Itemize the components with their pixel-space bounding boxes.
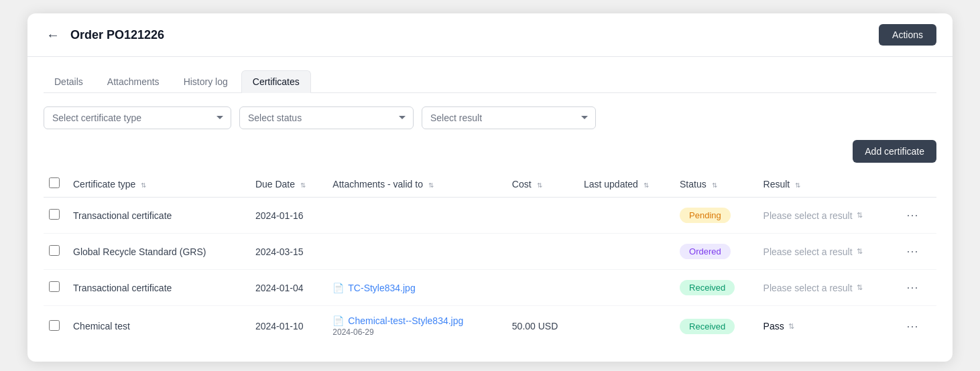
cell-attachment-2: 📄 TC-Style834.jpg — [327, 270, 507, 306]
row-checkbox-col-0 — [44, 198, 68, 234]
filter-row: Select certificate type Select status Se… — [44, 106, 936, 129]
cert-type-filter[interactable]: Select certificate type — [44, 106, 231, 129]
result-sort-icon-2[interactable]: ⇅ — [857, 283, 863, 292]
cell-cert-type-1: Global Recycle Standard (GRS) — [68, 234, 250, 270]
status-filter[interactable]: Select status — [239, 106, 414, 129]
select-all-checkbox[interactable] — [49, 177, 60, 188]
header: ← Order PO121226 Actions — [27, 13, 953, 57]
cell-more-0: ··· — [898, 198, 936, 234]
back-button[interactable]: ← — [44, 25, 62, 46]
cell-result-3: Pass ⇅ — [758, 306, 898, 347]
cell-due-date-0: 2024-01-16 — [250, 198, 327, 234]
cell-due-date-3: 2024-01-10 — [250, 306, 327, 347]
attachment-link-2[interactable]: 📄 TC-Style834.jpg — [332, 283, 501, 293]
row-checkbox-0[interactable] — [49, 209, 60, 220]
status-badge-3: Received — [680, 319, 735, 334]
col-cost: Cost ⇅ — [507, 171, 578, 198]
table-row: Transactional certificate2024-01-16 Pend… — [44, 198, 936, 234]
cell-due-date-2: 2024-01-04 — [250, 270, 327, 306]
result-filter[interactable]: Select result — [422, 106, 596, 129]
add-certificate-button[interactable]: Add certificate — [853, 140, 936, 163]
sort-status-icon[interactable]: ⇅ — [712, 181, 717, 189]
sort-cost-icon[interactable]: ⇅ — [537, 181, 542, 189]
result-sort-icon-0[interactable]: ⇅ — [857, 211, 863, 220]
certificates-table: Certificate type ⇅ Due Date ⇅ Attachment… — [44, 171, 936, 346]
sort-attachments-icon[interactable]: ⇅ — [428, 181, 434, 189]
cell-more-1: ··· — [898, 234, 936, 270]
tab-bar: Details Attachments History log Certific… — [44, 70, 936, 93]
file-icon-2: 📄 — [332, 283, 344, 293]
cell-cost-0 — [507, 198, 578, 234]
sort-result-icon[interactable]: ⇅ — [795, 181, 800, 189]
cell-result-1: Please select a result ⇅ — [758, 234, 898, 270]
col-attachments: Attachments - valid to ⇅ — [327, 171, 507, 198]
header-left: ← Order PO121226 — [44, 25, 164, 46]
col-cert-type: Certificate type ⇅ — [68, 171, 250, 198]
status-badge-2: Received — [680, 280, 735, 295]
cell-cert-type-0: Transactional certificate — [68, 198, 250, 234]
attachment-link-3[interactable]: 📄 Chemical-test--Style834.jpg — [332, 315, 501, 326]
cell-more-3: ··· — [898, 306, 936, 347]
cell-status-0: Pending — [674, 198, 758, 234]
result-sort-icon-1[interactable]: ⇅ — [857, 247, 863, 256]
select-all-col — [44, 171, 68, 198]
col-result: Result ⇅ — [758, 171, 898, 198]
attachment-valid-date-3: 2024-06-29 — [332, 327, 501, 337]
file-icon-3: 📄 — [332, 315, 344, 326]
result-value-3: Pass — [763, 321, 784, 331]
cell-last-updated-2 — [578, 270, 674, 306]
row-checkbox-col-3 — [44, 306, 68, 347]
cell-attachment-1 — [327, 234, 507, 270]
row-checkbox-1[interactable] — [49, 245, 60, 256]
cell-more-2: ··· — [898, 270, 936, 306]
sort-due-date-icon[interactable]: ⇅ — [300, 181, 306, 189]
status-badge-1: Ordered — [680, 244, 731, 259]
cell-last-updated-3 — [578, 306, 674, 347]
result-placeholder-2: Please select a result — [763, 283, 853, 293]
tab-details[interactable]: Details — [44, 70, 94, 93]
main-window: ← Order PO121226 Actions Details Attachm… — [27, 13, 953, 362]
cell-cert-type-3: Chemical test — [68, 306, 250, 347]
cell-cost-1 — [507, 234, 578, 270]
actions-button[interactable]: Actions — [879, 24, 936, 46]
page-title: Order PO121226 — [70, 28, 164, 42]
col-due-date: Due Date ⇅ — [250, 171, 327, 198]
result-sort-icon-3[interactable]: ⇅ — [788, 322, 794, 331]
sort-last-updated-icon[interactable]: ⇅ — [644, 181, 649, 189]
tab-history-log[interactable]: History log — [173, 70, 239, 93]
more-menu-button-3[interactable]: ··· — [903, 318, 923, 335]
tab-certificates[interactable]: Certificates — [241, 70, 311, 93]
row-checkbox-2[interactable] — [49, 281, 60, 292]
table-row: Chemical test2024-01-10 📄 Chemical-test-… — [44, 306, 936, 347]
content-area: Details Attachments History log Certific… — [27, 57, 953, 362]
cell-cost-3: 50.00 USD — [507, 306, 578, 347]
cell-cost-2 — [507, 270, 578, 306]
cell-status-3: Received — [674, 306, 758, 347]
add-cert-row: Add certificate — [44, 140, 936, 163]
col-last-updated: Last updated ⇅ — [578, 171, 674, 198]
col-status: Status ⇅ — [674, 171, 758, 198]
result-placeholder-0: Please select a result — [763, 210, 853, 221]
more-menu-button-2[interactable]: ··· — [903, 279, 923, 296]
row-checkbox-col-2 — [44, 270, 68, 306]
table-row: Global Recycle Standard (GRS)2024-03-15 … — [44, 234, 936, 270]
tab-attachments[interactable]: Attachments — [97, 70, 170, 93]
more-menu-button-0[interactable]: ··· — [903, 207, 923, 224]
cell-cert-type-2: Transactional certificate — [68, 270, 250, 306]
status-badge-0: Pending — [680, 208, 731, 223]
cell-status-1: Ordered — [674, 234, 758, 270]
cell-result-2: Please select a result ⇅ — [758, 270, 898, 306]
certificates-table-wrap: Certificate type ⇅ Due Date ⇅ Attachment… — [44, 171, 936, 346]
row-checkbox-3[interactable] — [49, 320, 60, 331]
more-menu-button-1[interactable]: ··· — [903, 243, 923, 260]
cell-due-date-1: 2024-03-15 — [250, 234, 327, 270]
sort-cert-type-icon[interactable]: ⇅ — [141, 181, 146, 189]
cell-last-updated-1 — [578, 234, 674, 270]
result-placeholder-1: Please select a result — [763, 246, 853, 257]
col-actions — [898, 171, 936, 198]
cell-attachment-0 — [327, 198, 507, 234]
row-checkbox-col-1 — [44, 234, 68, 270]
table-row: Transactional certificate2024-01-04 📄 TC… — [44, 270, 936, 306]
cell-result-0: Please select a result ⇅ — [758, 198, 898, 234]
cell-attachment-3: 📄 Chemical-test--Style834.jpg 2024-06-29 — [327, 306, 507, 347]
